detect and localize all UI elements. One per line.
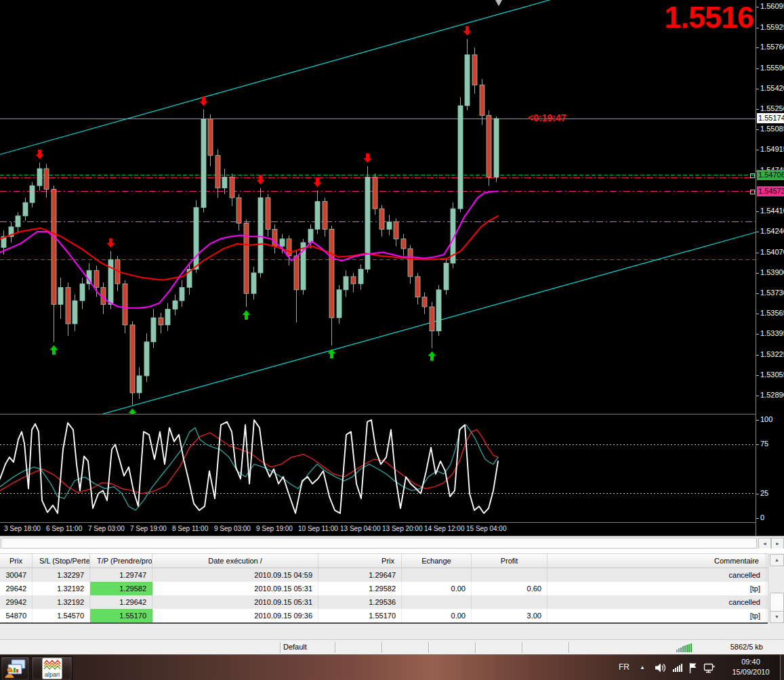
price-tick-label: 1.54915 bbox=[760, 145, 784, 154]
order-cell: 2010.09.15 09:36 bbox=[152, 609, 318, 622]
candle-body bbox=[308, 230, 313, 243]
price-tick-label: 1.55085 bbox=[760, 125, 784, 133]
candle-body bbox=[280, 239, 285, 247]
candle-body bbox=[251, 273, 256, 293]
order-cell: 2010.09.15 05:31 bbox=[152, 595, 318, 609]
time-tick-label: 15 Sep 04:00 bbox=[466, 525, 507, 532]
column-header[interactable]: Echange bbox=[402, 554, 472, 568]
speaker-body bbox=[655, 664, 661, 673]
oscillator-tick-label: 100 bbox=[760, 415, 772, 424]
volume-icon[interactable] bbox=[655, 662, 667, 673]
ma-red-line bbox=[0, 216, 498, 280]
time-axis: 3 Sep 18:006 Sep 11:007 Sep 03:007 Sep 1… bbox=[0, 523, 756, 536]
horizontal-scrollbar[interactable]: ◄ ► bbox=[0, 536, 784, 549]
statusbar-divider bbox=[335, 642, 336, 653]
order-row[interactable]: 299421.321921.296422010.09.15 05:311.295… bbox=[0, 595, 768, 609]
level-marker bbox=[750, 190, 755, 194]
price-tick-label: 1.54070 bbox=[760, 248, 784, 257]
oscillator-tick-label: 25 bbox=[760, 489, 768, 498]
person-body bbox=[5, 674, 14, 678]
status-bar: Default 5862/5 kb bbox=[0, 639, 784, 654]
signal-bar bbox=[675, 668, 676, 672]
candle-body bbox=[30, 186, 35, 203]
person-head bbox=[7, 668, 11, 672]
price-tick-mark bbox=[756, 68, 759, 69]
candle-body bbox=[444, 263, 449, 290]
language-indicator[interactable]: FR bbox=[619, 662, 630, 672]
ma-magenta-line bbox=[0, 192, 498, 308]
speaker-wave bbox=[663, 664, 665, 672]
sell-arrow-icon bbox=[314, 177, 322, 187]
buy-arrow-icon bbox=[328, 349, 336, 358]
bar bbox=[688, 644, 690, 652]
candle-body bbox=[23, 203, 28, 216]
column-header[interactable]: Prix bbox=[0, 554, 33, 568]
flag-banner bbox=[690, 664, 697, 668]
candle-body bbox=[472, 55, 477, 85]
oscillator-indicator[interactable] bbox=[0, 415, 756, 522]
speaker-wave bbox=[662, 666, 663, 671]
candle-body bbox=[144, 342, 149, 376]
bar bbox=[682, 646, 684, 652]
order-row[interactable]: 548701.545701.551702010.09.15 09:361.551… bbox=[0, 609, 768, 622]
candle-body bbox=[436, 290, 441, 331]
show-hidden-icons-icon[interactable]: ▲ bbox=[640, 664, 645, 671]
column-header[interactable]: Commentaire bbox=[548, 554, 766, 568]
candle-body bbox=[230, 177, 234, 198]
bar bbox=[676, 650, 678, 652]
taskbar-button-metatrader[interactable] bbox=[1, 656, 30, 680]
price-chart[interactable] bbox=[0, 0, 756, 414]
traffic-counter: 5862/5 kb bbox=[703, 643, 763, 651]
horizontal-scrollbar-thumb[interactable] bbox=[1, 538, 757, 549]
network-connection-icon[interactable] bbox=[703, 662, 716, 674]
monitor bbox=[705, 664, 713, 671]
network-signal-icon[interactable] bbox=[672, 662, 684, 673]
order-cell: 1.55170 bbox=[90, 609, 152, 622]
scroll-up-button[interactable]: ▲ bbox=[770, 554, 784, 566]
time-tick-label: 14 Sep 12:00 bbox=[424, 525, 465, 532]
profile-name[interactable]: Default bbox=[283, 643, 307, 651]
alpari-label: alpari bbox=[44, 671, 59, 678]
oscillator-tick-label: 75 bbox=[760, 440, 768, 448]
taskbar-clock[interactable]: 09:40 15/09/2010 bbox=[722, 657, 779, 677]
price-tick-label: 1.56095 bbox=[760, 2, 784, 11]
order-cell: 1.29647 bbox=[318, 568, 402, 582]
statusbar-divider bbox=[381, 642, 383, 653]
signal-bar bbox=[673, 669, 674, 672]
order-cell: 3.00 bbox=[472, 609, 548, 622]
column-header[interactable]: Prix bbox=[318, 554, 402, 568]
chart-bar bbox=[16, 669, 18, 673]
action-center-flag-icon[interactable] bbox=[688, 662, 698, 674]
price-tick-label: 1.54410 bbox=[760, 207, 784, 215]
show-desktop-button[interactable] bbox=[780, 655, 784, 680]
column-header[interactable]: Date exécution / bbox=[152, 554, 318, 568]
price-tick-label: 1.55925 bbox=[760, 23, 784, 32]
column-header[interactable]: S/L (Stop/Perte) bbox=[33, 554, 90, 568]
time-tick-label: 13 Sep 04:00 bbox=[340, 525, 381, 532]
candle-body bbox=[94, 270, 99, 287]
order-cell: 0.00 bbox=[402, 582, 472, 595]
order-cell: [tp] bbox=[548, 582, 766, 595]
order-row[interactable]: 296421.321921.295822010.09.15 05:311.295… bbox=[0, 582, 768, 595]
order-cell: 1.55170 bbox=[318, 609, 402, 622]
candle-body bbox=[294, 256, 299, 290]
price-tick-label: 1.53730 bbox=[760, 289, 784, 297]
order-cell: 54870 bbox=[0, 609, 33, 622]
candle-body bbox=[337, 290, 342, 318]
taskbar-button-alpari[interactable]: alpari bbox=[31, 656, 73, 680]
scroll-left-button[interactable]: ◄ bbox=[758, 538, 771, 549]
column-header[interactable]: T/P (Prendre/pro... bbox=[90, 554, 152, 568]
candle-countdown-timer: <0:19:47 bbox=[528, 112, 566, 123]
column-header[interactable]: Profit bbox=[472, 554, 548, 568]
sell-arrow-icon bbox=[36, 150, 44, 159]
scroll-right-button[interactable]: ► bbox=[771, 538, 784, 549]
scroll-down-button[interactable]: ▼ bbox=[770, 611, 784, 623]
price-tick-mark bbox=[756, 47, 759, 48]
candle-body bbox=[222, 177, 227, 188]
candle-body bbox=[258, 198, 263, 273]
table-body: 300471.322971.297472010.09.15 04:591.296… bbox=[0, 568, 768, 622]
order-cell: 2010.09.15 05:31 bbox=[152, 582, 318, 595]
order-row[interactable]: 300471.322971.297472010.09.15 04:591.296… bbox=[0, 568, 768, 582]
vertical-scrollbar[interactable]: ▲ ▼ bbox=[768, 553, 784, 624]
order-cell: 0.00 bbox=[402, 609, 472, 622]
